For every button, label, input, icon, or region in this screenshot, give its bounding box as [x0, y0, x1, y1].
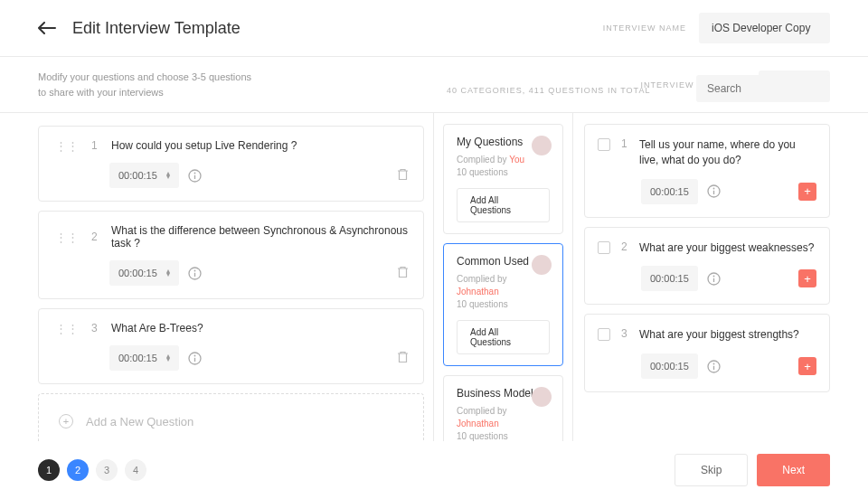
question-text: How could you setup Live Rendering ? — [111, 139, 410, 152]
page-dot[interactable]: 2 — [67, 459, 89, 481]
page-dot[interactable]: 1 — [38, 459, 60, 481]
time-input[interactable]: 00:00:15 — [641, 353, 698, 379]
question-number: 2 — [91, 231, 99, 243]
info-icon[interactable] — [707, 184, 721, 198]
pagination: 1234 — [38, 459, 146, 481]
stepper-icon[interactable]: ▴▾ — [166, 172, 170, 179]
svg-point-12 — [712, 188, 714, 190]
add-all-button[interactable]: Add All Questions — [457, 188, 550, 222]
page-dot[interactable]: 3 — [96, 459, 118, 481]
checkbox[interactable] — [598, 328, 610, 341]
search-box[interactable] — [696, 75, 830, 102]
category-meta: Complied by Johnathan10 questions — [457, 405, 550, 443]
available-question-card: 1 Tell us your name, where do you live, … — [584, 124, 830, 218]
question-number: 3 — [621, 327, 628, 340]
search-input[interactable] — [707, 82, 843, 95]
available-questions-panel: 1 Tell us your name, where do you live, … — [573, 113, 868, 493]
delete-icon[interactable] — [397, 266, 409, 278]
interview-name-input[interactable] — [699, 13, 830, 43]
category-meta: Complied by You10 questions — [457, 154, 550, 179]
stepper-icon[interactable]: ▴▾ — [166, 354, 170, 362]
drag-handle-icon[interactable]: ⋮⋮ — [55, 323, 79, 334]
category-card[interactable]: Common Used Complied by Johnathan10 ques… — [443, 243, 563, 366]
svg-point-3 — [193, 172, 195, 174]
help-text: Modify your questions and choose 3-5 que… — [38, 70, 255, 99]
info-icon[interactable] — [188, 169, 202, 183]
avatar — [532, 255, 552, 275]
delete-icon[interactable] — [397, 168, 409, 181]
question-text: Tell us your name, where do you live, wh… — [639, 137, 816, 168]
question-card: ⋮⋮ 2 What is the difference between Sync… — [38, 211, 424, 299]
stepper-icon[interactable]: ▴▾ — [166, 269, 170, 277]
info-icon[interactable] — [707, 360, 721, 373]
svg-point-9 — [193, 354, 195, 356]
time-input[interactable]: 00:00:15▴▾ — [109, 345, 179, 371]
question-number: 2 — [621, 240, 628, 253]
selected-questions-panel: ⋮⋮ 1 How could you setup Live Rendering … — [38, 113, 433, 493]
checkbox[interactable] — [598, 241, 610, 254]
next-button[interactable]: Next — [757, 454, 830, 486]
category-card[interactable]: My Questions Complied by You10 questions… — [443, 124, 563, 234]
drag-handle-icon[interactable]: ⋮⋮ — [55, 231, 79, 243]
question-number: 1 — [91, 139, 99, 152]
question-card: ⋮⋮ 3 What Are B-Trees? 00:00:15▴▾ — [38, 308, 424, 384]
back-button[interactable] — [38, 22, 56, 34]
time-input[interactable]: 00:00:15▴▾ — [109, 260, 179, 286]
svg-point-15 — [712, 275, 714, 277]
page-title: Edit Interview Template — [72, 19, 603, 38]
question-text: What are your biggest strengths? — [639, 327, 799, 343]
add-question-button[interactable]: + — [798, 183, 816, 201]
interview-name-label: INTERVIEW NAME — [603, 24, 686, 33]
add-question-button[interactable]: + — [798, 269, 816, 287]
avatar — [532, 387, 552, 407]
time-input[interactable]: 00:00:15 — [641, 179, 698, 204]
category-meta: Complied by Johnathan10 questions — [457, 273, 550, 311]
stats-text: 40 CATEGORIES, 411 QUESTIONS IN TOTAL — [447, 86, 650, 95]
add-all-button[interactable]: Add All Questions — [457, 320, 550, 354]
avatar — [532, 136, 552, 155]
info-icon[interactable] — [707, 272, 721, 286]
skip-button[interactable]: Skip — [675, 454, 748, 486]
time-input[interactable]: 00:00:15 — [641, 266, 698, 291]
info-icon[interactable] — [188, 267, 202, 280]
question-text: What Are B-Trees? — [111, 322, 410, 334]
question-number: 1 — [621, 137, 628, 150]
drag-handle-icon[interactable]: ⋮⋮ — [55, 140, 79, 152]
checkbox[interactable] — [598, 138, 610, 151]
delete-icon[interactable] — [397, 351, 409, 363]
categories-panel: My Questions Complied by You10 questions… — [433, 113, 573, 493]
question-text: What are your biggest weaknesses? — [639, 240, 814, 256]
question-card: ⋮⋮ 1 How could you setup Live Rendering … — [38, 126, 424, 202]
plus-circle-icon: + — [59, 414, 73, 428]
svg-point-6 — [193, 269, 195, 271]
available-question-card: 3 What are your biggest strengths? 00:00… — [584, 314, 830, 392]
question-text: What is the difference between Synchrono… — [111, 224, 410, 250]
svg-point-18 — [712, 362, 714, 364]
page-dot[interactable]: 4 — [125, 459, 146, 481]
add-question-label: Add a New Question — [86, 415, 193, 428]
add-question-button[interactable]: + — [798, 357, 816, 375]
available-question-card: 2 What are your biggest weaknesses? 00:0… — [584, 227, 830, 306]
time-input[interactable]: 00:00:15▴▾ — [109, 163, 179, 188]
info-icon[interactable] — [188, 352, 202, 365]
question-number: 3 — [91, 322, 99, 334]
